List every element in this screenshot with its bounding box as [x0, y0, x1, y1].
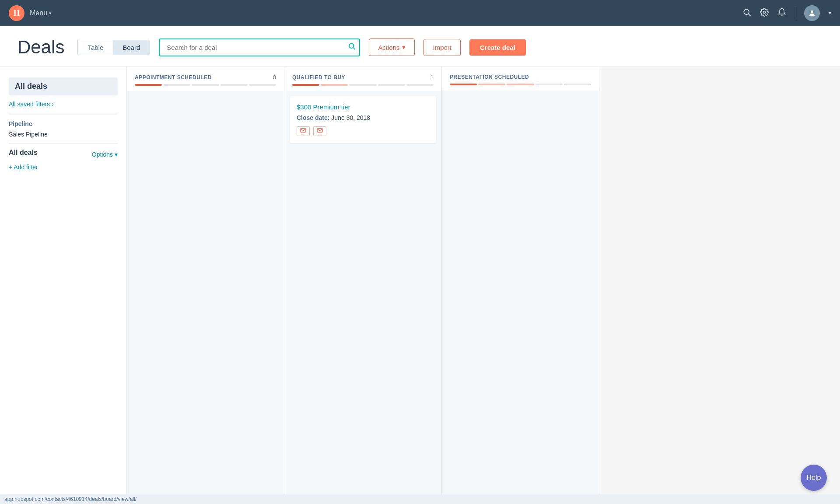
progress-segment [406, 84, 434, 86]
column-count: 0 [273, 74, 276, 80]
progress-segment [163, 84, 190, 86]
column-progress [135, 84, 276, 91]
progress-segment [292, 84, 319, 86]
menu-button[interactable]: Menu ▾ [30, 9, 52, 17]
search-input[interactable] [159, 38, 360, 56]
column-title: PRESENTATION SCHEDULED [450, 74, 529, 80]
column-title: APPOINTMENT SCHEDULED [135, 74, 212, 80]
deal-close-date-value: June 30, 2018 [331, 114, 370, 121]
pipeline-label: Pipeline [9, 120, 118, 127]
search-container [159, 38, 360, 56]
progress-segment [349, 84, 376, 86]
progress-segment [321, 84, 348, 86]
page-title: Deals [18, 37, 64, 58]
board-area: APPOINTMENT SCHEDULED 0 Total: - QUALIFI… [127, 67, 840, 504]
table-view-button[interactable]: Table [78, 40, 113, 55]
board-column-presentation-scheduled: PRESENTATION SCHEDULED Total: - [442, 67, 599, 504]
progress-segment [220, 84, 248, 86]
progress-segment [135, 84, 162, 86]
create-deal-button[interactable]: Create deal [469, 39, 526, 56]
menu-label: Menu [30, 9, 47, 17]
add-filter-link[interactable]: + Add filter [9, 164, 118, 171]
column-body [442, 91, 599, 494]
column-title-row: APPOINTMENT SCHEDULED 0 [135, 74, 276, 80]
actions-caret-icon: ▾ [402, 43, 406, 51]
page-header-top: Deals Table Board Actions ▾ Import Creat… [18, 37, 822, 66]
column-body: $300 Premium tier Close date: June 30, 2… [284, 91, 441, 494]
column-header: QUALIFIED TO BUY 1 [284, 67, 441, 91]
deal-card: $300 Premium tier Close date: June 30, 2… [290, 96, 436, 143]
board-column-appointment-scheduled: APPOINTMENT SCHEDULED 0 Total: - [127, 67, 284, 504]
search-icon[interactable] [742, 8, 751, 19]
deals-label: All deals [9, 149, 38, 157]
email-lines-icon [317, 128, 323, 135]
column-body [127, 91, 284, 494]
sidebar: All deals All saved filters › Pipeline S… [0, 67, 127, 504]
actions-label: Actions [378, 44, 399, 51]
svg-point-4 [349, 44, 354, 49]
svg-line-1 [749, 14, 751, 16]
progress-segment [192, 84, 219, 86]
column-count: 1 [430, 74, 434, 80]
column-header: APPOINTMENT SCHEDULED 0 [127, 67, 284, 91]
deal-actions [297, 126, 429, 136]
notifications-icon[interactable] [777, 8, 786, 19]
deal-email-button-2[interactable] [313, 126, 326, 136]
settings-icon[interactable] [760, 8, 769, 19]
options-button[interactable]: Options ▾ [92, 151, 118, 158]
status-bar: app.hubspot.com/contacts/4610914/deals/b… [0, 494, 840, 504]
avatar-caret-icon[interactable]: ▾ [829, 10, 831, 16]
status-url: app.hubspot.com/contacts/4610914/deals/b… [4, 496, 136, 502]
progress-segment [378, 84, 405, 86]
view-toggle: Table Board [77, 40, 150, 55]
board-column-qualified-to-buy: QUALIFIED TO BUY 1 $300 Premium tier Clo… [284, 67, 442, 504]
board-view-button[interactable]: Board [113, 40, 150, 55]
import-button[interactable]: Import [424, 39, 461, 56]
topnav-right: ▾ [742, 5, 831, 21]
help-button[interactable]: Help [801, 465, 827, 491]
column-title-row: QUALIFIED TO BUY 1 [292, 74, 434, 80]
actions-button[interactable]: Actions ▾ [369, 38, 415, 56]
column-header: PRESENTATION SCHEDULED [442, 67, 599, 91]
column-progress [292, 84, 434, 91]
column-progress [450, 84, 591, 91]
chevron-right-icon: › [52, 101, 54, 108]
all-deals-heading: All deals [9, 77, 118, 95]
pipeline-value: Sales Pipeline [9, 131, 118, 138]
column-title-row: PRESENTATION SCHEDULED [450, 74, 591, 80]
progress-segment [450, 84, 477, 85]
sidebar-divider-2 [9, 143, 118, 144]
saved-filters-link[interactable]: All saved filters › [9, 101, 118, 108]
column-title: QUALIFIED TO BUY [292, 74, 345, 80]
top-navigation: H Menu ▾ ▾ [0, 0, 840, 26]
deal-close-date: Close date: June 30, 2018 [297, 114, 429, 121]
progress-segment [478, 84, 505, 85]
progress-segment [507, 84, 534, 85]
topnav-left: H Menu ▾ [9, 5, 52, 21]
svg-point-2 [763, 11, 766, 13]
deal-name[interactable]: $300 Premium tier [297, 103, 429, 111]
options-caret-icon: ▾ [115, 151, 118, 158]
svg-line-5 [354, 48, 355, 49]
deal-email-button-1[interactable] [297, 126, 310, 136]
board-columns: APPOINTMENT SCHEDULED 0 Total: - QUALIFI… [127, 67, 840, 504]
svg-point-3 [811, 10, 813, 13]
search-submit-button[interactable] [348, 42, 356, 52]
page-header: Deals Table Board Actions ▾ Import Creat… [0, 26, 840, 67]
sidebar-divider-1 [9, 115, 118, 115]
progress-segment [564, 84, 591, 85]
nav-divider [795, 7, 795, 20]
hubspot-logo: H [9, 5, 24, 21]
user-avatar[interactable] [804, 5, 820, 21]
menu-caret-icon: ▾ [49, 10, 52, 16]
progress-segment [249, 84, 276, 86]
svg-point-0 [744, 9, 749, 14]
progress-segment [536, 84, 563, 85]
main-content: All deals All saved filters › Pipeline S… [0, 67, 840, 504]
email-icon [300, 128, 306, 135]
